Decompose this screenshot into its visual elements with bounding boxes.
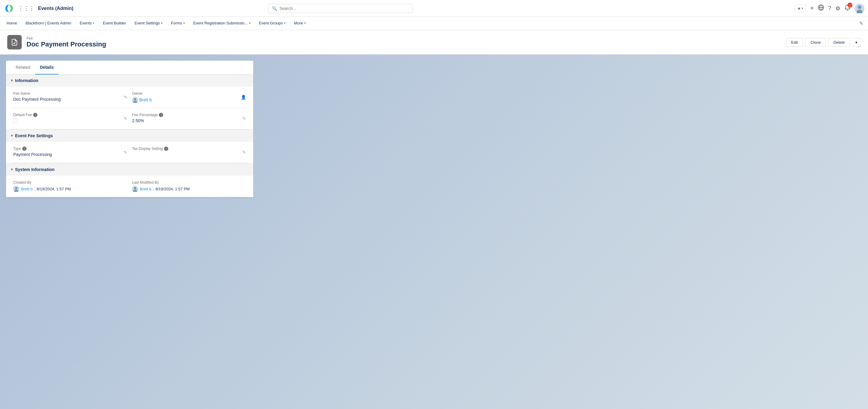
tabs: Related Details [6, 61, 253, 75]
notifications-icon[interactable]: 12 [844, 4, 850, 12]
page-header: Fee Doc Payment Processing Edit Clone De… [0, 30, 868, 55]
information-section-title: Information [15, 78, 38, 83]
fee-percentage-edit-icon[interactable]: ✎ [242, 116, 246, 121]
search-bar: 🔍 [268, 4, 413, 13]
record-name: Doc Payment Processing [27, 40, 106, 48]
nav-item-event-builder[interactable]: Event Builder [99, 17, 130, 30]
nav-edit-icon[interactable]: ✎ [857, 21, 866, 26]
notification-badge: 12 [847, 3, 852, 7]
page-header-left: Fee Doc Payment Processing [7, 35, 106, 50]
fee-name-field: Fee Name Doc Payment Processing ✎ [11, 87, 130, 108]
created-by-timestamp: , 8/19/2024, 1:57 PM [34, 187, 71, 191]
default-fee-field: Default Fee i ✎ [11, 108, 130, 129]
nav-item-more[interactable]: More ▾ [290, 17, 310, 30]
nav-item-blackthorn-events-admin[interactable]: Blackthorn | Events Admin [22, 17, 76, 30]
created-by-field: Created By Brett b [11, 176, 130, 197]
system-information-body: Created By Brett b [6, 176, 253, 197]
tax-display-label: Tax Display Setting i [132, 147, 246, 151]
gear-icon[interactable]: ⚙ [835, 5, 840, 12]
forms-chevron-icon: ▾ [183, 22, 185, 25]
type-edit-icon[interactable]: ✎ [124, 150, 127, 155]
add-icon[interactable]: + [810, 5, 814, 12]
information-section: ▾ Information Fee Name Doc Payment Proce… [6, 75, 253, 130]
event-fee-chevron-icon: ▾ [11, 134, 13, 138]
default-fee-checkbox[interactable] [13, 118, 18, 122]
svg-point-8 [134, 98, 136, 100]
nav-item-event-registration[interactable]: Event Registration Submissio... ▾ [189, 17, 255, 30]
created-by-avatar [13, 186, 19, 192]
actions-dropdown-button[interactable]: ▾ [852, 38, 861, 47]
information-section-header[interactable]: ▾ Information [6, 75, 253, 87]
owner-avatar-icon [132, 97, 138, 103]
created-by-row: Brett b , 8/19/2024, 1:57 PM [13, 186, 127, 192]
event-fee-settings-title: Event Fee Settings [15, 133, 53, 138]
search-input[interactable] [279, 6, 409, 11]
edit-button[interactable]: Edit [786, 38, 803, 47]
chevron-favorites-icon: ▾ [802, 7, 803, 10]
fee-name-label: Fee Name [13, 91, 127, 96]
fee-percentage-label: Fee Percentage i [132, 113, 246, 117]
clone-button[interactable]: Clone [805, 38, 826, 47]
last-modified-value: Brett b , 8/19/2024, 1:57 PM [132, 186, 246, 192]
svg-point-14 [134, 187, 136, 189]
last-modified-label: Last Modified By [132, 180, 246, 184]
system-information-header[interactable]: ▾ System Information [6, 164, 253, 176]
nav-item-forms[interactable]: Forms ▾ [167, 17, 189, 30]
page-header-actions: Edit Clone Delete ▾ [786, 38, 861, 47]
svg-rect-0 [4, 3, 14, 14]
last-modified-avatar [132, 186, 138, 192]
nav-item-home[interactable]: Home [2, 17, 22, 30]
default-fee-edit-icon[interactable]: ✎ [124, 116, 127, 121]
search-icon: 🔍 [272, 6, 277, 11]
fee-percentage-value: 2.50% [132, 118, 246, 124]
svg-point-11 [15, 187, 18, 189]
tax-display-info-icon: i [164, 147, 168, 151]
default-fee-label: Default Fee i [13, 113, 127, 117]
user-avatar[interactable] [855, 4, 864, 13]
owner-link[interactable]: Brett b [139, 97, 152, 102]
event-settings-chevron-icon: ▾ [161, 22, 162, 25]
top-icons: ★ ▾ + ? ⚙ 12 [795, 4, 864, 13]
top-bar: ⋮⋮⋮ Events (Admin) 🔍 ★ ▾ + ? ⚙ [0, 0, 868, 17]
event-fee-settings-section: ▾ Event Fee Settings Type i Payment Proc… [6, 130, 253, 164]
created-by-label: Created By [13, 180, 127, 184]
last-modified-field: Last Modified By Brett b [130, 176, 248, 197]
record-type-label: Fee [27, 36, 106, 40]
system-information-section: ▾ System Information Created By [6, 164, 253, 197]
event-groups-chevron-icon: ▾ [284, 22, 285, 25]
help-icon[interactable]: ? [828, 5, 831, 11]
system-information-title: System Information [15, 167, 55, 172]
tax-display-field: Tax Display Setting i ✎ [130, 142, 248, 163]
type-value: Payment Processing [13, 152, 127, 158]
last-modified-timestamp: , 8/19/2024, 1:57 PM [153, 187, 190, 191]
owner-change-icon[interactable]: 👤 [241, 95, 246, 99]
owner-field: Owner Brett b [130, 87, 248, 108]
owner-label: Owner [132, 91, 246, 96]
record-icon [7, 35, 22, 50]
favorites-button[interactable]: ★ ▾ [795, 4, 806, 12]
default-fee-info-icon: i [33, 113, 37, 117]
event-reg-chevron-icon: ▾ [249, 22, 251, 25]
app-grid-icon[interactable]: ⋮⋮⋮ [18, 5, 34, 12]
tax-display-edit-icon[interactable]: ✎ [242, 150, 246, 155]
nav-item-event-settings[interactable]: Event Settings ▾ [130, 17, 167, 30]
tab-details[interactable]: Details [35, 61, 59, 75]
page-header-text: Fee Doc Payment Processing [27, 36, 106, 48]
created-by-link[interactable]: Brett b [21, 187, 33, 191]
last-modified-link[interactable]: Brett b [140, 187, 151, 191]
nav-item-event-groups[interactable]: Event Groups ▾ [255, 17, 290, 30]
app-name: Events (Admin) [38, 6, 73, 11]
main-content: Related Details ▾ Information Fee Name D… [0, 55, 868, 409]
star-icon: ★ [797, 6, 801, 11]
created-by-value: Brett b , 8/19/2024, 1:57 PM [13, 186, 127, 192]
event-fee-settings-header[interactable]: ▾ Event Fee Settings [6, 130, 253, 142]
tab-related[interactable]: Related [11, 61, 35, 75]
fee-percentage-field: Fee Percentage i 2.50% ✎ [130, 108, 248, 129]
setup-icon[interactable] [818, 4, 824, 12]
app-logo[interactable] [4, 3, 14, 14]
svg-point-5 [858, 5, 861, 9]
type-label: Type i [13, 147, 127, 151]
fee-name-edit-icon[interactable]: ✎ [124, 95, 127, 99]
nav-item-events[interactable]: Events ▾ [75, 17, 99, 30]
delete-button[interactable]: Delete [828, 38, 850, 47]
